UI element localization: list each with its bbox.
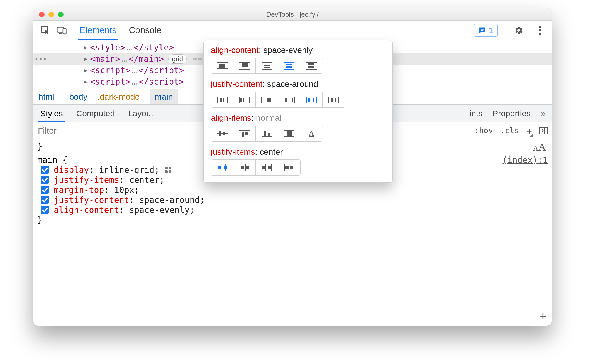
svg-rect-51 [331,98,333,102]
expand-triangle-icon[interactable]: ▶ [84,67,87,74]
justify-items-end-icon[interactable] [256,160,278,175]
align-content-end-icon[interactable] [256,58,278,73]
decl-toggle-checkbox[interactable] [41,206,49,214]
subtab-breakpoints-fragment[interactable]: ints [470,109,483,118]
toggle-sidebar-icon[interactable] [539,127,548,134]
tab-console[interactable]: Console [128,21,162,40]
decl-toggle-checkbox[interactable] [41,186,49,194]
expand-triangle-icon[interactable]: ▶ [84,78,87,85]
grid-editor-icon[interactable] [165,167,171,173]
subtab-properties[interactable]: Properties [492,109,531,118]
align-items-stretch-icon[interactable] [278,126,300,141]
svg-rect-54 [217,133,228,134]
align-items-start-icon[interactable] [233,126,256,141]
decl-toggle-checkbox[interactable] [41,166,49,174]
more-tabs-icon[interactable]: » [541,108,545,119]
svg-rect-79 [268,166,271,169]
add-declaration-button[interactable]: + [540,309,547,323]
subtab-computed[interactable]: Computed [76,105,115,122]
subtab-layout[interactable]: Layout [128,105,153,122]
justify-content-end-icon[interactable] [256,92,278,107]
svg-rect-27 [308,63,314,65]
svg-rect-63 [284,130,294,131]
svg-rect-70 [218,166,221,169]
svg-rect-10 [217,62,228,63]
svg-rect-66 [289,131,292,136]
svg-rect-57 [239,130,250,131]
expand-triangle-icon[interactable]: ▶ [84,55,87,62]
svg-rect-80 [284,164,285,171]
group-align-items: align-items: normal A [211,113,385,142]
issues-chip[interactable]: 1 [474,24,498,37]
tab-elements[interactable]: Elements [79,21,117,40]
svg-rect-39 [267,98,269,102]
svg-rect-24 [286,66,292,68]
align-content-start-icon[interactable] [233,58,256,73]
svg-rect-34 [239,97,240,103]
svg-rect-45 [294,97,295,103]
breadcrumb-html[interactable]: html [33,89,59,104]
justify-content-start-icon[interactable] [233,92,256,107]
breadcrumb-body[interactable]: body.dark-mode [59,89,150,104]
svg-rect-40 [269,98,271,102]
svg-rect-56 [223,132,225,135]
breadcrumb-main[interactable]: main [150,89,178,104]
rule-source-link[interactable]: (index):1 [502,155,548,165]
kebab-menu-icon[interactable] [531,22,548,39]
justify-content-space-evenly-icon[interactable] [323,92,345,107]
justify-items-center-icon[interactable] [211,160,233,175]
svg-rect-50 [328,97,329,103]
svg-rect-49 [316,97,317,103]
svg-rect-14 [239,62,250,63]
cls-toggle[interactable]: .cls [500,126,519,135]
svg-rect-55 [219,131,221,136]
justify-content-space-between-icon[interactable] [278,92,300,107]
css-declaration[interactable]: margin-top: 10px; [37,185,548,195]
justify-content-center-icon[interactable] [211,92,233,107]
main-toolbar: Elements Console 1 [33,21,552,40]
decl-toggle-checkbox[interactable] [41,176,49,184]
svg-rect-17 [239,69,250,70]
group-align-content: align-content: space-evenly [211,45,385,74]
inspect-icon[interactable] [37,22,53,39]
align-content-center-icon[interactable] [211,58,233,73]
css-declaration[interactable]: justify-content: space-around; [37,195,548,205]
svg-text:A: A [309,129,314,137]
align-items-end-icon[interactable] [256,126,278,141]
svg-rect-75 [246,166,249,169]
align-items-center-icon[interactable] [211,126,233,141]
font-size-icon[interactable]: AA [533,141,546,153]
svg-rect-20 [264,67,270,68]
svg-rect-61 [264,131,266,136]
svg-rect-37 [249,97,250,103]
align-content-space-evenly-icon[interactable] [278,58,300,73]
svg-rect-16 [242,65,248,67]
decl-toggle-checkbox[interactable] [41,196,49,204]
justify-content-space-around-icon[interactable] [300,92,323,107]
svg-rect-31 [220,98,222,102]
svg-rect-22 [284,62,294,63]
subtab-styles[interactable]: Styles [40,105,63,122]
expand-triangle-icon[interactable]: ▶ [84,44,87,51]
svg-rect-42 [284,97,284,103]
settings-gear-icon[interactable] [510,22,527,39]
svg-rect-82 [285,166,289,169]
css-declaration[interactable]: align-content: space-evenly; [37,205,548,215]
svg-rect-19 [264,65,270,66]
svg-rect-65 [287,131,289,136]
svg-rect-4 [481,30,483,31]
justify-items-stretch-icon[interactable] [278,160,300,175]
device-toggle-icon[interactable] [53,22,70,39]
hov-toggle[interactable]: :hov [474,126,493,135]
rule-selector[interactable]: main [37,155,57,165]
grid-badge[interactable]: grid [168,54,187,64]
align-items-baseline-icon[interactable]: A [300,126,323,141]
new-style-rule-button[interactable]: + [526,125,532,136]
justify-items-start-icon[interactable] [233,160,256,175]
svg-rect-77 [271,164,272,171]
svg-rect-76 [265,164,266,171]
svg-rect-23 [286,64,292,65]
svg-rect-48 [313,98,314,102]
align-content-stretch-icon[interactable] [300,58,323,73]
svg-rect-78 [262,166,265,169]
